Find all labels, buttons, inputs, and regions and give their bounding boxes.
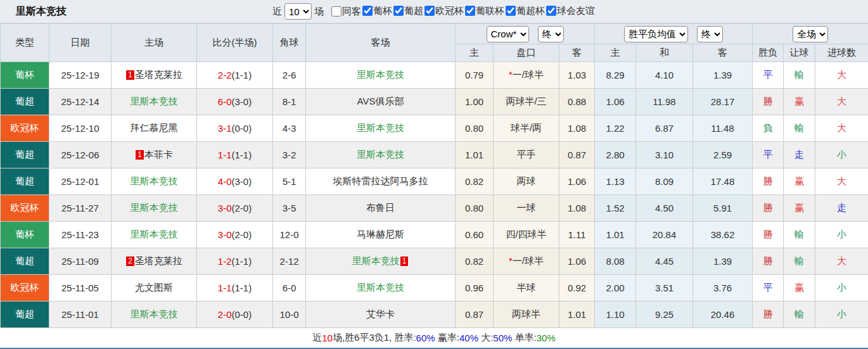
league-filter-checkbox[interactable]: [465, 6, 475, 16]
handicap-result-indicator: 赢: [784, 275, 815, 301]
home-team-name: 里斯本竞技: [131, 202, 178, 213]
summary-bar: 近10场,胜6平3负1, 胜率:60% 赢率:40% 大:50% 单率:30%: [0, 328, 868, 348]
crow-away-odds: 0.92: [559, 275, 595, 301]
away-team: 里斯本竞技: [306, 142, 456, 168]
result-indicator: 勝: [753, 89, 784, 115]
crow-away-odds: 1.01: [559, 301, 595, 328]
score-cell: 3-1(0-0): [197, 115, 273, 142]
avg-home-odds: 2.00: [595, 275, 636, 301]
league-filter-checkbox[interactable]: [424, 6, 435, 16]
sub-header-avg-draw: 和: [636, 44, 693, 62]
home-team-name: 拜仁慕尼黑: [131, 122, 178, 133]
odds-source-select[interactable]: Crow*: [487, 26, 529, 42]
avg-draw-odds: 4.10: [636, 62, 693, 89]
avg-time-select[interactable]: 终: [697, 26, 723, 42]
rank-badge: 1: [126, 70, 134, 80]
halftime-score: (2-0): [232, 229, 252, 240]
away-team: 埃斯特雷拉达阿马多拉: [306, 168, 456, 195]
col-header-corners: 角球: [273, 24, 306, 62]
summary-segment: 60%: [416, 333, 435, 343]
match-date: 25-11-01: [49, 301, 112, 328]
crow-away-odds: 1.06: [559, 168, 595, 195]
league-filter-checkbox[interactable]: [546, 6, 556, 16]
same-opponent-checkbox[interactable]: [331, 6, 341, 16]
result-indicator: 平: [753, 275, 784, 301]
avg-source-select[interactable]: 胜平负均值: [624, 26, 688, 42]
halftime-score: (2-0): [232, 203, 252, 213]
goals-result-indicator: 大: [815, 89, 868, 115]
league-filter-checkbox[interactable]: [506, 6, 516, 16]
league-type-badge: 葡超: [1, 89, 49, 115]
crow-home-odds: 0.80: [456, 195, 494, 222]
summary-segment: 大:: [478, 332, 493, 344]
league-type-badge: 欧冠杯: [1, 115, 49, 142]
crow-away-odds: 0.87: [559, 142, 595, 168]
crow-home-odds: 0.80: [456, 115, 494, 142]
away-team-name: 里斯本竞技: [352, 255, 400, 266]
match-date: 25-12-06: [49, 142, 112, 168]
match-date: 25-12-14: [49, 89, 112, 115]
col-header-home: 主场: [112, 24, 197, 62]
league-filter-checkbox[interactable]: [393, 6, 404, 16]
halftime-score: (1-1): [232, 70, 252, 80]
home-team-name: 里斯本竞技: [131, 308, 178, 319]
handicap-result-indicator: 赢: [784, 168, 815, 195]
fulltime-score: 2-0: [218, 309, 232, 320]
odds-time-select[interactable]: 终: [538, 26, 564, 42]
same-opponent-toggle[interactable]: 同客: [324, 6, 361, 18]
match-history-table: 类型 日期 主场 比分(半场) 角球 客场 Crow* 终 胜平负均值 终: [0, 23, 868, 328]
sub-header-crow-away: 客: [559, 44, 595, 62]
league-filter-toggle[interactable]: 葡超杯: [504, 5, 545, 17]
summary-segment: 40%: [459, 333, 478, 343]
scope-group-header: 全场: [753, 24, 868, 44]
home-team: 里斯本竞技: [112, 89, 197, 115]
summary-segment: 10: [322, 333, 333, 343]
league-filter-label: 葡杯: [373, 5, 392, 17]
avg-away-odds: 5.91: [693, 195, 753, 222]
match-row: 葡杯25-12-191圣塔克莱拉2-2(1-1)2-6里斯本竞技0.79*一/球…: [1, 62, 868, 89]
league-filter-toggle[interactable]: 葡杯: [361, 5, 392, 17]
score-cell: 3-0(2-0): [197, 222, 273, 248]
fulltime-score: 4-0: [218, 176, 232, 187]
away-team-name: 艾华卡: [366, 308, 395, 319]
home-team: 尤文图斯: [112, 275, 197, 301]
scope-select[interactable]: 全场: [793, 26, 828, 42]
fulltime-score: 6-0: [218, 96, 232, 107]
league-filter-toggle[interactable]: 球会友谊: [545, 5, 595, 17]
avg-away-odds: 3.76: [693, 275, 753, 301]
league-filter-checkbox[interactable]: [362, 6, 373, 16]
avg-away-odds: 38.62: [693, 222, 753, 248]
result-indicator: 平: [753, 142, 784, 168]
match-row: 葡超25-12-14里斯本竞技6-0(3-0)8-1AVS俱乐部1.00两球半/…: [1, 89, 868, 115]
handicap-result-indicator: 輸: [784, 115, 815, 142]
home-team: 里斯本竞技: [112, 195, 197, 222]
avg-away-odds: 1.39: [693, 248, 753, 275]
fulltime-score: 1-1: [218, 282, 232, 293]
match-row: 欧冠杯25-11-27里斯本竞技3-0(2-0)3-5布鲁日0.80一球1.08…: [1, 195, 868, 222]
recent-count-select[interactable]: 10: [284, 3, 312, 20]
crow-home-odds: 0.79: [456, 62, 494, 89]
col-header-score: 比分(半场): [197, 24, 273, 62]
col-header-type: 类型: [1, 24, 49, 62]
crow-handicap: 一球: [494, 195, 559, 222]
crow-home-odds: 0.87: [456, 301, 494, 328]
sub-header-result: 胜负: [753, 44, 784, 62]
league-filter-toggle[interactable]: 葡超: [392, 5, 423, 17]
match-row: 欧冠杯25-12-10拜仁慕尼黑3-1(0-0)4-3里斯本竞技0.80球半/两…: [1, 115, 868, 142]
league-filter-label: 欧冠杯: [435, 5, 464, 17]
goals-result-indicator: 大: [815, 115, 868, 142]
sub-header-goals-result: 进球数: [815, 44, 868, 62]
away-team-name: 里斯本竞技: [357, 69, 404, 80]
league-filter-toggle[interactable]: 欧冠杯: [423, 5, 464, 17]
handicap-result-indicator: 輸: [784, 222, 815, 248]
avg-group-header: 胜平负均值 终: [595, 24, 753, 44]
match-date: 25-11-27: [49, 195, 112, 222]
crow-handicap: 平手: [494, 142, 559, 168]
sub-header-avg-away: 客: [693, 44, 753, 62]
away-team-name: 埃斯特雷拉达阿马多拉: [333, 175, 428, 186]
avg-draw-odds: 3.51: [636, 275, 693, 301]
league-filter-toggle[interactable]: 葡联杯: [464, 5, 504, 17]
same-opponent-label: 同客: [342, 6, 361, 18]
avg-away-odds: 11.48: [693, 115, 753, 142]
league-filter-label: 球会友谊: [557, 5, 595, 17]
